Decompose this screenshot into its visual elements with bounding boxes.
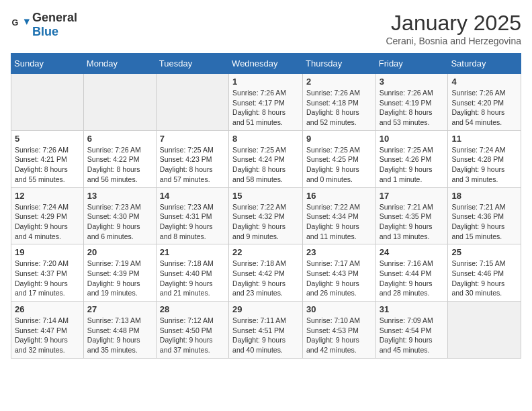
calendar-week-4: 19Sunrise: 7:20 AM Sunset: 4:37 PM Dayli…: [11, 244, 521, 302]
calendar-cell: [448, 302, 521, 359]
svg-text:G: G: [11, 18, 18, 28]
day-number: 2: [306, 77, 372, 87]
calendar-cell: 18Sunrise: 7:21 AM Sunset: 4:36 PM Dayli…: [448, 187, 521, 244]
day-info: Sunrise: 7:21 AM Sunset: 4:36 PM Dayligh…: [451, 202, 517, 242]
calendar-body: 1Sunrise: 7:26 AM Sunset: 4:17 PM Daylig…: [11, 74, 521, 359]
day-number: 17: [380, 191, 445, 201]
day-number: 10: [380, 134, 445, 144]
day-number: 6: [87, 134, 152, 144]
calendar-cell: 3Sunrise: 7:26 AM Sunset: 4:19 PM Daylig…: [375, 74, 448, 131]
weekday-header-row: SundayMondayTuesdayWednesdayThursdayFrid…: [11, 54, 521, 74]
month-title: January 2025: [386, 11, 521, 36]
weekday-monday: Monday: [83, 54, 156, 74]
calendar-cell: 2Sunrise: 7:26 AM Sunset: 4:18 PM Daylig…: [303, 74, 376, 131]
weekday-wednesday: Wednesday: [229, 54, 303, 74]
day-number: 29: [232, 304, 299, 314]
calendar-cell: 19Sunrise: 7:20 AM Sunset: 4:37 PM Dayli…: [11, 244, 84, 302]
logo-text-blue: Blue: [32, 25, 58, 38]
calendar-cell: [156, 74, 228, 131]
day-info: Sunrise: 7:22 AM Sunset: 4:34 PM Dayligh…: [306, 202, 372, 242]
day-info: Sunrise: 7:17 AM Sunset: 4:43 PM Dayligh…: [306, 259, 372, 298]
day-number: 12: [15, 191, 80, 201]
calendar-cell: 25Sunrise: 7:15 AM Sunset: 4:46 PM Dayli…: [448, 244, 521, 302]
calendar-cell: 1Sunrise: 7:26 AM Sunset: 4:17 PM Daylig…: [229, 74, 303, 131]
weekday-friday: Friday: [375, 54, 448, 74]
logo-icon: G: [11, 15, 30, 34]
day-info: Sunrise: 7:12 AM Sunset: 4:50 PM Dayligh…: [160, 316, 225, 355]
day-number: 11: [451, 134, 517, 144]
day-info: Sunrise: 7:14 AM Sunset: 4:47 PM Dayligh…: [15, 316, 80, 355]
day-number: 4: [451, 77, 517, 87]
day-info: Sunrise: 7:23 AM Sunset: 4:30 PM Dayligh…: [87, 202, 152, 242]
day-number: 21: [160, 247, 225, 257]
calendar-week-2: 5Sunrise: 7:26 AM Sunset: 4:21 PM Daylig…: [11, 130, 521, 187]
day-info: Sunrise: 7:09 AM Sunset: 4:54 PM Dayligh…: [380, 316, 445, 355]
day-info: Sunrise: 7:25 AM Sunset: 4:23 PM Dayligh…: [160, 145, 225, 185]
calendar-cell: 8Sunrise: 7:25 AM Sunset: 4:24 PM Daylig…: [229, 130, 303, 187]
calendar-cell: 20Sunrise: 7:19 AM Sunset: 4:39 PM Dayli…: [83, 244, 156, 302]
day-info: Sunrise: 7:10 AM Sunset: 4:53 PM Dayligh…: [306, 316, 372, 355]
day-number: 19: [15, 247, 80, 257]
day-number: 7: [160, 134, 225, 144]
calendar-cell: 14Sunrise: 7:23 AM Sunset: 4:31 PM Dayli…: [156, 187, 228, 244]
day-info: Sunrise: 7:24 AM Sunset: 4:29 PM Dayligh…: [15, 202, 80, 242]
day-number: 3: [380, 77, 445, 87]
day-info: Sunrise: 7:13 AM Sunset: 4:48 PM Dayligh…: [87, 316, 152, 355]
calendar-cell: 24Sunrise: 7:16 AM Sunset: 4:44 PM Dayli…: [375, 244, 448, 302]
logo-text-general: General: [32, 11, 77, 24]
calendar-cell: 23Sunrise: 7:17 AM Sunset: 4:43 PM Dayli…: [303, 244, 376, 302]
title-block: January 2025 Cerani, Bosnia and Herzegov…: [386, 11, 521, 46]
day-number: 27: [87, 304, 152, 314]
day-number: 18: [451, 191, 517, 201]
day-info: Sunrise: 7:25 AM Sunset: 4:24 PM Dayligh…: [232, 145, 299, 185]
day-number: 13: [87, 191, 152, 201]
calendar-cell: 29Sunrise: 7:11 AM Sunset: 4:51 PM Dayli…: [229, 302, 303, 359]
day-info: Sunrise: 7:20 AM Sunset: 4:37 PM Dayligh…: [15, 259, 80, 298]
day-info: Sunrise: 7:18 AM Sunset: 4:42 PM Dayligh…: [232, 259, 299, 298]
day-number: 15: [232, 191, 299, 201]
calendar-cell: [11, 74, 84, 131]
calendar-cell: 21Sunrise: 7:18 AM Sunset: 4:40 PM Dayli…: [156, 244, 228, 302]
calendar-cell: 11Sunrise: 7:24 AM Sunset: 4:28 PM Dayli…: [448, 130, 521, 187]
day-info: Sunrise: 7:22 AM Sunset: 4:32 PM Dayligh…: [232, 202, 299, 242]
day-number: 31: [380, 304, 445, 314]
calendar-cell: [83, 74, 156, 131]
day-info: Sunrise: 7:26 AM Sunset: 4:17 PM Dayligh…: [232, 88, 299, 128]
day-info: Sunrise: 7:26 AM Sunset: 4:21 PM Dayligh…: [15, 145, 80, 185]
day-info: Sunrise: 7:16 AM Sunset: 4:44 PM Dayligh…: [380, 259, 445, 298]
day-info: Sunrise: 7:26 AM Sunset: 4:19 PM Dayligh…: [380, 88, 445, 128]
calendar-cell: 30Sunrise: 7:10 AM Sunset: 4:53 PM Dayli…: [303, 302, 376, 359]
day-info: Sunrise: 7:26 AM Sunset: 4:20 PM Dayligh…: [451, 88, 517, 128]
calendar-cell: 10Sunrise: 7:25 AM Sunset: 4:26 PM Dayli…: [375, 130, 448, 187]
day-info: Sunrise: 7:15 AM Sunset: 4:46 PM Dayligh…: [451, 259, 517, 298]
calendar-header: SundayMondayTuesdayWednesdayThursdayFrid…: [11, 54, 521, 74]
svg-marker-1: [24, 19, 30, 25]
day-number: 1: [232, 77, 299, 87]
day-number: 16: [306, 191, 372, 201]
calendar-cell: 28Sunrise: 7:12 AM Sunset: 4:50 PM Dayli…: [156, 302, 228, 359]
day-info: Sunrise: 7:18 AM Sunset: 4:40 PM Dayligh…: [160, 259, 225, 298]
calendar-week-5: 26Sunrise: 7:14 AM Sunset: 4:47 PM Dayli…: [11, 302, 521, 359]
day-info: Sunrise: 7:25 AM Sunset: 4:26 PM Dayligh…: [380, 145, 445, 185]
logo: G General Blue: [11, 11, 77, 39]
day-number: 9: [306, 134, 372, 144]
day-number: 8: [232, 134, 299, 144]
calendar-table: SundayMondayTuesdayWednesdayThursdayFrid…: [11, 53, 521, 359]
weekday-tuesday: Tuesday: [156, 54, 228, 74]
day-info: Sunrise: 7:11 AM Sunset: 4:51 PM Dayligh…: [232, 316, 299, 355]
calendar-cell: 4Sunrise: 7:26 AM Sunset: 4:20 PM Daylig…: [448, 74, 521, 131]
calendar-cell: 12Sunrise: 7:24 AM Sunset: 4:29 PM Dayli…: [11, 187, 84, 244]
day-number: 22: [232, 247, 299, 257]
day-info: Sunrise: 7:26 AM Sunset: 4:18 PM Dayligh…: [306, 88, 372, 128]
calendar-cell: 22Sunrise: 7:18 AM Sunset: 4:42 PM Dayli…: [229, 244, 303, 302]
day-number: 30: [306, 304, 372, 314]
calendar-cell: 7Sunrise: 7:25 AM Sunset: 4:23 PM Daylig…: [156, 130, 228, 187]
day-info: Sunrise: 7:24 AM Sunset: 4:28 PM Dayligh…: [451, 145, 517, 185]
calendar-cell: 15Sunrise: 7:22 AM Sunset: 4:32 PM Dayli…: [229, 187, 303, 244]
calendar-cell: 27Sunrise: 7:13 AM Sunset: 4:48 PM Dayli…: [83, 302, 156, 359]
page-header: G General Blue January 2025 Cerani, Bosn…: [11, 11, 521, 46]
calendar-cell: 26Sunrise: 7:14 AM Sunset: 4:47 PM Dayli…: [11, 302, 84, 359]
calendar-week-1: 1Sunrise: 7:26 AM Sunset: 4:17 PM Daylig…: [11, 74, 521, 131]
day-info: Sunrise: 7:23 AM Sunset: 4:31 PM Dayligh…: [160, 202, 225, 242]
day-info: Sunrise: 7:21 AM Sunset: 4:35 PM Dayligh…: [380, 202, 445, 242]
